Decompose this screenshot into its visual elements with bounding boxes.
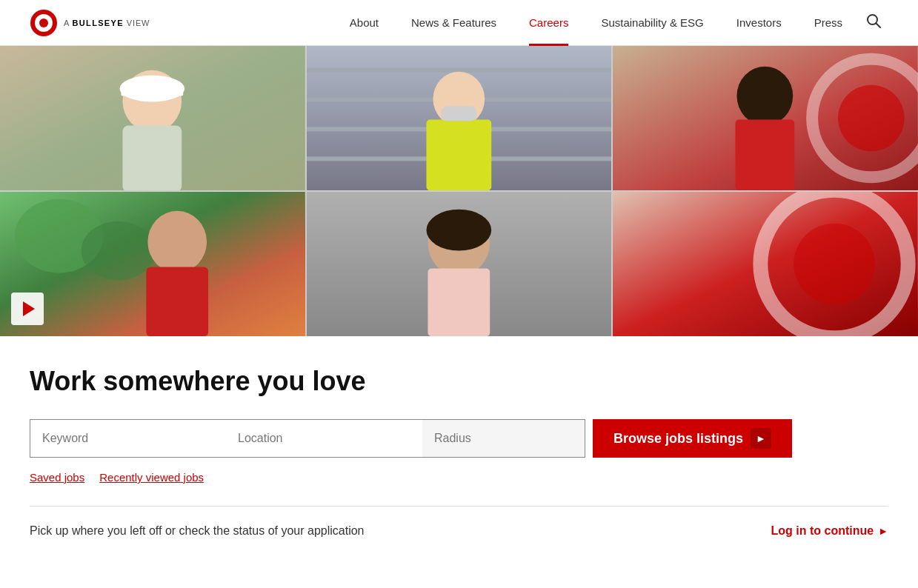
svg-point-7 (122, 70, 182, 133)
photo-grid (0, 46, 918, 336)
svg-rect-13 (307, 98, 612, 102)
svg-rect-24 (0, 192, 305, 336)
browse-arrow-icon: ► (751, 428, 771, 449)
login-link[interactable]: Log in to continue ► (771, 524, 889, 538)
svg-rect-5 (0, 46, 305, 190)
photo-cell-1 (0, 46, 305, 190)
target-logo-icon (30, 9, 58, 37)
login-prompt-text: Pick up where you left off or check the … (30, 524, 365, 538)
svg-point-31 (426, 210, 491, 251)
svg-rect-32 (428, 268, 490, 336)
main-content: Work somewhere you love Browse jobs list… (0, 336, 918, 538)
nav-press[interactable]: Press (798, 0, 859, 46)
browse-jobs-button[interactable]: Browse jobs listings ► (593, 419, 792, 458)
svg-point-34 (761, 192, 908, 336)
svg-rect-17 (426, 119, 491, 190)
svg-rect-19 (613, 46, 918, 190)
svg-point-30 (428, 211, 490, 276)
saved-jobs-link[interactable]: Saved jobs (30, 471, 84, 484)
quick-links: Saved jobs Recently viewed jobs (30, 471, 888, 484)
nav-sustainability[interactable]: Sustainability & ESG (585, 0, 719, 46)
svg-point-35 (794, 224, 876, 305)
search-icon-button[interactable] (859, 13, 888, 32)
svg-point-9 (119, 76, 184, 102)
nav-careers[interactable]: Careers (513, 0, 585, 46)
login-arrow-icon: ► (878, 525, 888, 537)
section-divider (30, 506, 888, 507)
svg-rect-15 (307, 156, 612, 161)
svg-rect-33 (613, 192, 918, 336)
svg-rect-29 (307, 192, 612, 336)
photo-cell-5 (307, 192, 612, 336)
radius-input[interactable] (422, 419, 585, 458)
svg-rect-12 (307, 68, 612, 73)
svg-rect-8 (122, 125, 182, 190)
svg-point-16 (433, 72, 485, 127)
location-input[interactable] (226, 419, 422, 458)
svg-point-2 (39, 19, 48, 27)
logo[interactable]: A BULLSEYE VIEW (30, 9, 150, 37)
nav-news-features[interactable]: News & Features (395, 0, 513, 46)
search-bar: Browse jobs listings ► (30, 419, 888, 458)
svg-rect-11 (307, 46, 612, 190)
svg-point-25 (15, 199, 104, 273)
photo-cell-6 (613, 192, 918, 336)
nav-about[interactable]: About (333, 0, 395, 46)
svg-rect-10 (121, 89, 183, 96)
play-button[interactable] (11, 293, 44, 325)
photo-cell-2 (307, 46, 612, 190)
nav-investors[interactable]: Investors (720, 0, 798, 46)
logo-text: A BULLSEYE VIEW (64, 19, 150, 27)
page-headline: Work somewhere you love (30, 366, 888, 397)
site-header: A BULLSEYE VIEW About News & Features Ca… (0, 0, 918, 46)
main-nav: About News & Features Careers Sustainabi… (333, 0, 859, 46)
svg-point-22 (737, 67, 794, 126)
svg-rect-14 (307, 127, 612, 131)
svg-rect-18 (441, 107, 476, 121)
svg-line-4 (877, 24, 881, 28)
recently-viewed-jobs-link[interactable]: Recently viewed jobs (99, 471, 204, 484)
photo-cell-4 (0, 192, 305, 336)
keyword-input[interactable] (30, 419, 226, 458)
svg-point-20 (812, 59, 918, 177)
svg-rect-23 (736, 119, 795, 190)
svg-point-27 (147, 211, 207, 273)
svg-rect-6 (0, 46, 305, 190)
svg-rect-28 (146, 267, 208, 336)
login-section: Pick up where you left off or check the … (30, 524, 888, 538)
svg-point-26 (82, 221, 156, 281)
photo-cell-3 (613, 46, 918, 190)
search-icon (866, 13, 881, 28)
svg-point-21 (838, 85, 905, 152)
